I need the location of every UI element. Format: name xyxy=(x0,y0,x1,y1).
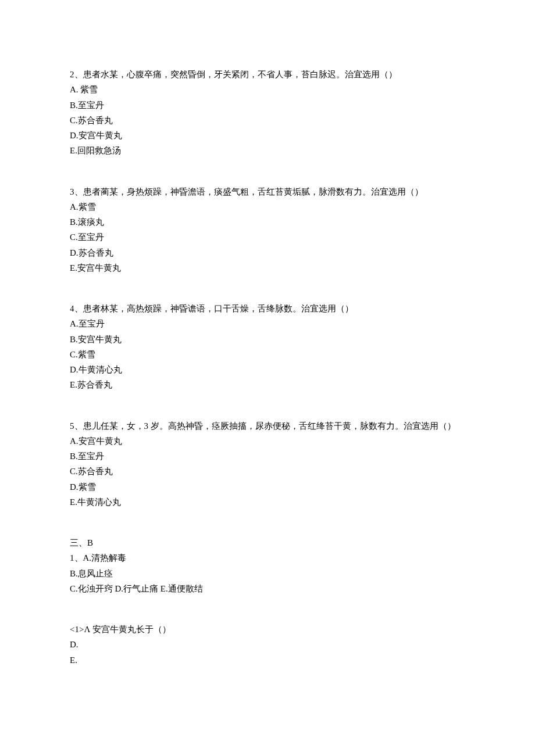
option-label: E. xyxy=(70,263,77,273)
option-text: 紫雪 xyxy=(79,482,96,492)
option-label: C. xyxy=(70,467,78,476)
option-label: B. xyxy=(70,101,78,110)
option-a: A.紫雪 xyxy=(70,199,465,214)
separator: 、 xyxy=(74,187,83,196)
option-c-text: C.化浊开窍 xyxy=(70,584,113,593)
separator: 、 xyxy=(74,421,83,431)
separator: 、 xyxy=(74,70,83,79)
option-label: A. xyxy=(70,85,79,94)
separator: 、 xyxy=(74,553,83,562)
stem-text: 患儿任某，女，3 岁。高热神昏，痉厥抽搐，尿赤便秘，舌红绛苔干黄，脉数有力。治宜… xyxy=(83,421,456,431)
option-e: E.安宫牛黄丸 xyxy=(70,260,465,275)
option-d: D.牛黄清心丸 xyxy=(70,362,465,377)
option-text: 苏合香丸 xyxy=(78,467,113,476)
option-c: C.紫雪 xyxy=(70,347,465,362)
option-label: A. xyxy=(70,202,79,212)
section-header: 三、B xyxy=(70,535,465,550)
option-label: C. xyxy=(70,350,78,359)
stem-text: 患者蔺某，身热烦躁，神昏澹语，痰盛气粗，舌红苔黄垢腻，脉滑数有力。治宜选用（） xyxy=(83,187,423,196)
option-e: E.回阳救急汤 xyxy=(70,143,465,158)
option-text: 苏合香丸 xyxy=(79,248,113,257)
question-3: 3、患者蔺某，身热烦躁，神昏澹语，痰盛气粗，舌红苔黄垢腻，脉滑数有力。治宜选用（… xyxy=(70,184,465,276)
option-b: B.安宫牛黄丸 xyxy=(70,332,465,347)
option-text: 紫雪 xyxy=(78,350,95,359)
option-a-text: A.清热解毒 xyxy=(83,553,127,562)
option-d: D.安宫牛黄丸 xyxy=(70,128,465,143)
option-text: 安宫牛黄丸 xyxy=(78,335,122,344)
option-label: D. xyxy=(70,365,79,374)
option-e: E.苏合香丸 xyxy=(70,377,465,392)
option-e-text: E.通便散结 xyxy=(160,584,203,593)
option-text: 至宝丹 xyxy=(78,452,104,461)
option-label: D. xyxy=(70,482,79,492)
shared-option-line-1: 1、A.清热解毒 xyxy=(70,550,465,565)
question-stem: 5、患儿任某，女，3 岁。高热神昏，痉厥抽搐，尿赤便秘，舌红绛苔干黄，脉数有力。… xyxy=(70,418,465,433)
shared-option-cde: C.化浊开窍 D.行气止痛 E.通便散结 xyxy=(70,581,465,596)
question-number: 4 xyxy=(70,304,74,313)
sub-label: <1>Λ xyxy=(70,625,90,634)
shared-option-b: B.息风止痉 xyxy=(70,566,465,581)
question-4: 4、患者林某，高热烦躁，神昏谵语，口干舌燥，舌绛脉数。治宜选用（） A.至宝丹 … xyxy=(70,301,465,393)
option-label: B. xyxy=(70,335,78,344)
option-label: C. xyxy=(70,116,78,125)
question-stem: 4、患者林某，高热烦躁，神昏谵语，口干舌燥，舌绛脉数。治宜选用（） xyxy=(70,301,465,316)
question-number: 5 xyxy=(70,421,74,431)
option-d-text: D.行气止痛 xyxy=(115,584,159,593)
option-d: D. xyxy=(70,637,465,652)
option-text: 至宝丹 xyxy=(78,101,104,110)
stem-text: 患者林某，高热烦躁，神昏谵语，口干舌燥，舌绛脉数。治宜选用（） xyxy=(83,304,354,313)
option-text: 至宝丹 xyxy=(79,319,105,328)
question-stem: 3、患者蔺某，身热烦躁，神昏澹语，痰盛气粗，舌红苔黄垢腻，脉滑数有力。治宜选用（… xyxy=(70,184,465,199)
separator: 、 xyxy=(74,304,83,313)
option-text: 牛黄清心丸 xyxy=(77,497,121,507)
option-text: 紫雪 xyxy=(79,202,96,212)
question-number: 3 xyxy=(70,187,74,196)
option-label: D. xyxy=(70,131,79,140)
option-label: B. xyxy=(70,217,78,227)
option-b: B.至宝丹 xyxy=(70,449,465,464)
option-label: C. xyxy=(70,232,78,242)
option-text: 至宝丹 xyxy=(78,232,104,242)
option-text: 安宫牛黄丸 xyxy=(77,263,121,273)
option-c: C.苏合香丸 xyxy=(70,113,465,128)
option-text: 滚痰丸 xyxy=(78,217,104,227)
question-5: 5、患儿任某，女，3 岁。高热神昏，痉厥抽搐，尿赤便秘，舌红绛苔干黄，脉数有力。… xyxy=(70,418,465,510)
option-d: D.紫雪 xyxy=(70,479,465,495)
option-c: C.至宝丹 xyxy=(70,230,465,245)
option-text: 安宫牛黄丸 xyxy=(79,436,122,446)
sub-stem-text: 安宫牛黄丸长于（） xyxy=(92,625,171,634)
option-a: A.安宫牛黄丸 xyxy=(70,433,465,449)
option-text: 紫雪 xyxy=(80,85,98,94)
subquestion-stem: <1>Λ 安宫牛黄丸长于（） xyxy=(70,622,465,637)
question-number: 2 xyxy=(70,70,74,79)
option-b: B.滚痰丸 xyxy=(70,214,465,230)
option-text: 苏合香丸 xyxy=(77,380,112,389)
section-three-b: 三、B 1、A.清热解毒 B.息风止痉 C.化浊开窍 D.行气止痛 E.通便散结 xyxy=(70,535,465,596)
option-label: E. xyxy=(70,380,77,389)
option-label: B. xyxy=(70,452,78,461)
question-stem: 2、患者水某，心腹卒痛，突然昏倒，牙关紧闭，不省人事，苔白脉迟。治宜选用（） xyxy=(70,67,465,82)
option-label: A. xyxy=(70,319,79,328)
option-text: 安宫牛黄丸 xyxy=(79,131,122,140)
option-text: 牛黄清心丸 xyxy=(79,365,122,374)
option-text: 苏合香丸 xyxy=(78,116,113,125)
stem-text: 患者水某，心腹卒痛，突然昏倒，牙关紧闭，不省人事，苔白脉迟。治宜选用（） xyxy=(83,70,397,79)
option-d: D.苏合香丸 xyxy=(70,245,465,260)
option-b: B.至宝丹 xyxy=(70,98,465,113)
option-label: A. xyxy=(70,436,79,446)
option-label: E. xyxy=(70,146,77,155)
option-label: D. xyxy=(70,248,79,257)
question-number: 1 xyxy=(70,553,74,562)
subquestion-1: <1>Λ 安宫牛黄丸长于（） D. E. xyxy=(70,622,465,668)
option-label: E. xyxy=(70,497,77,507)
option-a: A. 紫雪 xyxy=(70,82,465,97)
option-e: E.牛黄清心丸 xyxy=(70,495,465,510)
option-text: 回阳救急汤 xyxy=(77,146,121,155)
option-a: A.至宝丹 xyxy=(70,316,465,331)
question-2: 2、患者水某，心腹卒痛，突然昏倒，牙关紧闭，不省人事，苔白脉迟。治宜选用（） A… xyxy=(70,67,465,159)
option-e: E. xyxy=(70,653,465,668)
option-c: C.苏合香丸 xyxy=(70,464,465,479)
